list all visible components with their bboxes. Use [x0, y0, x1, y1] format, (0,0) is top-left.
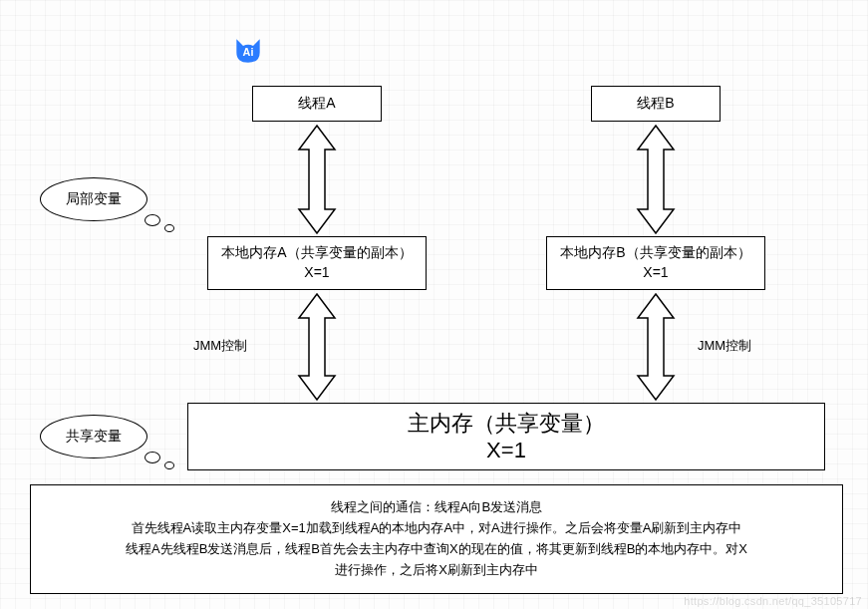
- main-memory-line2: X=1: [486, 437, 526, 464]
- watermark-text: https://blog.csdn.net/qq_35105717: [684, 595, 862, 607]
- shared-variable-bubble: 共享变量: [40, 415, 147, 458]
- arrow-thread-b-localmem: [628, 124, 684, 235]
- local-memory-b-box: 本地内存B（共享变量的副本） X=1: [546, 236, 765, 290]
- description-line1: 线程之间的通信：线程A向B发送消息: [331, 497, 542, 518]
- arrow-localmem-a-mainmem: [289, 292, 345, 402]
- local-memory-a-line1: 本地内存A（共享变量的副本）: [221, 243, 412, 263]
- main-memory-line1: 主内存（共享变量）: [408, 410, 605, 438]
- description-box: 线程之间的通信：线程A向B发送消息 首先线程A读取主内存变量X=1加载到线程A的…: [30, 484, 843, 594]
- thread-a-label: 线程A: [298, 94, 335, 114]
- local-memory-b-line1: 本地内存B（共享变量的副本）: [560, 243, 750, 263]
- thread-a-box: 线程A: [252, 86, 382, 122]
- arrow-localmem-b-mainmem: [628, 292, 684, 402]
- cat-logo-icon: Ai: [231, 36, 265, 66]
- thread-b-box: 线程B: [591, 86, 721, 122]
- jmm-control-label-left: JMM控制: [193, 337, 247, 355]
- local-memory-a-box: 本地内存A（共享变量的副本） X=1: [207, 236, 427, 290]
- description-line4: 进行操作，之后将X刷新到主内存中: [335, 560, 538, 581]
- local-memory-b-line2: X=1: [643, 263, 668, 283]
- description-line2: 首先线程A读取主内存变量X=1加载到线程A的本地内存A中，对A进行操作。之后会将…: [132, 518, 742, 539]
- svg-text:Ai: Ai: [243, 46, 254, 58]
- jmm-control-label-right: JMM控制: [698, 337, 751, 355]
- main-memory-box: 主内存（共享变量） X=1: [187, 403, 825, 470]
- local-variable-bubble: 局部变量: [40, 177, 147, 221]
- arrow-thread-a-localmem: [289, 124, 345, 235]
- shared-variable-label: 共享变量: [66, 428, 122, 446]
- local-variable-label: 局部变量: [66, 190, 122, 208]
- local-memory-a-line2: X=1: [304, 263, 329, 283]
- description-line3: 线程A先线程B发送消息后，线程B首先会去主内存中查询X的现在的值，将其更新到线程…: [126, 539, 747, 560]
- thread-b-label: 线程B: [637, 94, 674, 114]
